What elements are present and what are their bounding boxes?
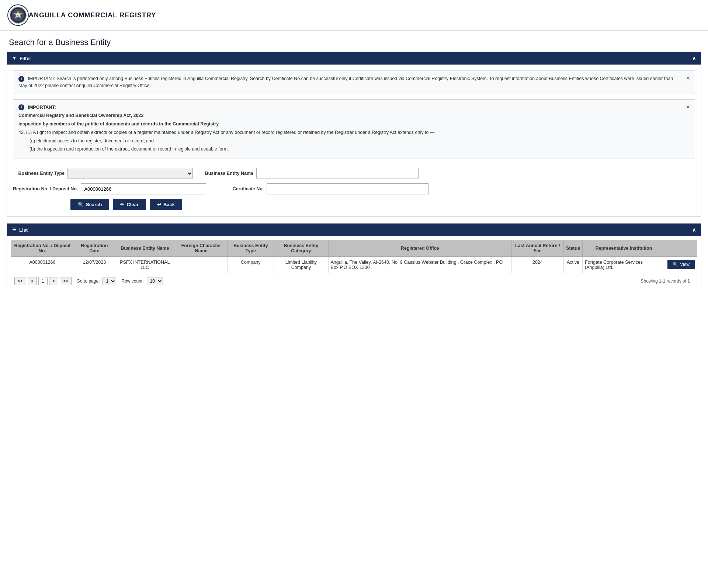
entity-name-input[interactable] xyxy=(256,168,419,179)
entity-type-label: Business Entity Type xyxy=(13,171,65,176)
col-foreign-name: Foreign Character Name xyxy=(175,240,228,257)
alert-2-line2: Inspection by members of the public of d… xyxy=(18,121,219,127)
view-button[interactable]: 🔍 View xyxy=(667,260,695,269)
cell-reg-date: 12/07/2023 xyxy=(74,257,115,273)
go-to-page-select[interactable]: 1 xyxy=(103,277,116,285)
col-entity-category: Business Entity Category xyxy=(274,240,328,257)
cell-reg-no: A000001266 xyxy=(11,257,74,273)
alert-1-info-icon: i xyxy=(18,76,24,82)
alert-2: ✕ i IMPORTANT: Commercial Registry and B… xyxy=(13,99,695,159)
col-status: Status xyxy=(563,240,582,257)
header: AI ANGUILLA COMMERCIAL REGISTRY xyxy=(0,0,708,31)
pagination-prev[interactable]: < xyxy=(28,277,37,285)
pagination-first[interactable]: << xyxy=(14,277,26,285)
alert-2-line4: (a) electronic access to the register, d… xyxy=(30,138,154,143)
cell-entity-type: Company xyxy=(228,257,274,273)
alert-2-line3: 42. (1) A right to inspect and obtain ex… xyxy=(18,130,434,135)
list-label: List xyxy=(19,227,28,233)
filter-panel-header[interactable]: ▼ Filter ∧ xyxy=(7,52,701,65)
reg-no-label: Registration No. / Deposit No. xyxy=(13,186,78,191)
col-last-annual: Last Annual Return / Fee xyxy=(511,240,563,257)
list-panel: ☰ List ∧ Registration No. / Deposit No. … xyxy=(7,223,701,289)
view-search-icon: 🔍 xyxy=(673,262,678,267)
cell-registered-office: Anguilla, The Valley, AI-2640, No. 9 Cas… xyxy=(328,257,511,273)
pagination-page-1[interactable]: 1 xyxy=(38,277,48,285)
pagination: << < 1 > >> Go to page: 1 Row count: 10 … xyxy=(11,273,697,289)
table-row: A000001266 12/07/2023 PSFX INTERNATIONAL… xyxy=(11,257,697,273)
pagination-next[interactable]: > xyxy=(49,277,58,285)
col-reg-office: Registered Office xyxy=(328,240,511,257)
filter-icon: ▼ xyxy=(12,56,17,61)
alert-1: i IMPORTANT: Search is performed only am… xyxy=(13,70,695,94)
row-count-label: Row count: xyxy=(121,279,143,284)
entity-name-label: Business Entity Name xyxy=(202,171,253,176)
clear-button[interactable]: ✏ Clear xyxy=(113,199,146,210)
back-button[interactable]: ↩ Back xyxy=(150,199,182,210)
col-entity-type: Business Entity Type xyxy=(228,240,274,257)
cell-entity-category: Limited Liability Company xyxy=(274,257,328,273)
search-button[interactable]: 🔍 Search xyxy=(70,199,109,210)
filter-panel-body: i IMPORTANT: Search is performed only am… xyxy=(7,65,701,216)
row-count-select[interactable]: 10 25 50 xyxy=(147,277,163,285)
alert-2-title: IMPORTANT: xyxy=(28,105,56,110)
header-title: ANGUILLA COMMERCIAL REGISTRY xyxy=(29,11,156,19)
col-reg-date: Registration Date xyxy=(74,240,115,257)
alert-2-info-icon: i xyxy=(18,104,24,110)
col-entity-name: Business Entity Name xyxy=(115,240,175,257)
alert-2-line1: Commercial Registry and Beneficial Owner… xyxy=(18,113,143,118)
alert-2-line5: (b) the inspection and reproduction of t… xyxy=(30,146,229,152)
cell-view[interactable]: 🔍 View xyxy=(665,257,697,273)
svg-text:AI: AI xyxy=(17,14,20,17)
list-icon: ☰ xyxy=(12,227,16,232)
results-table: Registration No. / Deposit No. Registrat… xyxy=(11,240,697,273)
entity-type-select[interactable]: Company Limited Liability Company Partne… xyxy=(67,168,193,179)
col-rep-institution: Representative Institution xyxy=(583,240,665,257)
alert-1-text: IMPORTANT: Search is performed only amon… xyxy=(18,76,673,88)
list-panel-header[interactable]: ☰ List ∧ xyxy=(7,224,701,236)
reg-no-input[interactable] xyxy=(81,183,206,194)
filter-collapse-icon[interactable]: ∧ xyxy=(692,55,696,61)
showing-records: Showing 1-1 records of 1 xyxy=(641,279,694,284)
list-panel-body: Registration No. / Deposit No. Registrat… xyxy=(7,236,701,289)
search-form: Business Entity Type Company Limited Lia… xyxy=(13,164,695,210)
cell-rep-institution: Fortgate Corporate Services (Anguilla) L… xyxy=(583,257,665,273)
cell-last-annual: 2024 xyxy=(511,257,563,273)
logo: AI xyxy=(7,4,29,26)
cell-status: Active xyxy=(563,257,582,273)
filter-label: Filter xyxy=(20,56,31,61)
filter-panel: ▼ Filter ∧ i IMPORTANT: Search is perfor… xyxy=(7,52,701,217)
col-action xyxy=(665,240,697,257)
alert-1-close-icon[interactable]: ✕ xyxy=(686,75,690,82)
cell-entity-name: PSFX INTERNATIONAL LLC xyxy=(115,257,175,273)
cell-foreign-name xyxy=(175,257,228,273)
search-icon: 🔍 xyxy=(78,202,84,207)
back-icon: ↩ xyxy=(157,202,161,207)
page-title: Search for a Business Entity xyxy=(0,31,708,52)
cert-no-label: Certificate No. xyxy=(212,186,264,191)
pagination-last[interactable]: >> xyxy=(60,277,72,285)
clear-icon: ✏ xyxy=(120,202,124,207)
cert-no-input[interactable] xyxy=(267,183,429,194)
go-to-page-label: Go to page: xyxy=(77,279,100,284)
list-collapse-icon[interactable]: ∧ xyxy=(692,227,696,233)
col-reg-no: Registration No. / Deposit No. xyxy=(11,240,74,257)
alert-2-close-icon[interactable]: ✕ xyxy=(686,103,690,111)
